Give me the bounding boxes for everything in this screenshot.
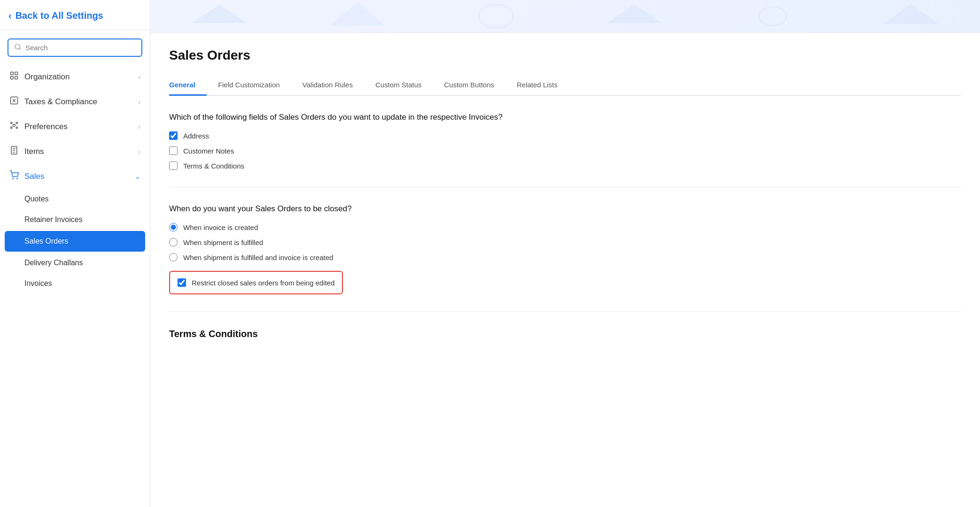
svg-point-11 xyxy=(11,127,12,128)
sidebar-item-sales-label: Sales xyxy=(24,172,45,181)
terms-title: Terms & Conditions xyxy=(169,329,961,339)
shipment-fulfilled-label: When shipment is fulfilled xyxy=(183,238,263,246)
chevron-right-icon: › xyxy=(138,98,140,106)
sidebar-item-sales-orders[interactable]: Sales Orders xyxy=(5,231,145,252)
chevron-right-icon: › xyxy=(138,123,140,131)
organization-icon xyxy=(9,71,19,83)
content-area: Sales Orders General Field Customization… xyxy=(150,33,980,388)
svg-point-13 xyxy=(16,127,17,128)
sidebar-item-quotes[interactable]: Quotes xyxy=(0,189,150,209)
restrict-closed-checkbox-wrapper[interactable]: Restrict closed sales orders from being … xyxy=(169,271,343,294)
terms-conditions-label: Terms & Conditions xyxy=(183,162,244,170)
sidebar-item-items-label: Items xyxy=(24,147,44,156)
radio-shipment-fulfilled[interactable]: When shipment is fulfilled xyxy=(169,238,961,246)
search-input[interactable] xyxy=(25,44,136,52)
restrict-closed-checkbox[interactable] xyxy=(178,278,186,287)
sidebar-item-delivery-challans[interactable]: Delivery Challans xyxy=(0,253,150,273)
sales-sub-nav: Quotes Retainer Invoices Sales Orders De… xyxy=(0,189,150,294)
svg-rect-3 xyxy=(15,72,18,75)
page-title: Sales Orders xyxy=(169,48,961,63)
search-box xyxy=(8,38,142,57)
tab-related-lists[interactable]: Related Lists xyxy=(506,76,569,96)
chevron-down-icon: ⌄ xyxy=(135,173,140,180)
invoices-question: Which of the following fields of Sales O… xyxy=(169,113,961,122)
invoices-update-section: Which of the following fields of Sales O… xyxy=(169,113,961,187)
svg-marker-20 xyxy=(607,5,662,23)
svg-point-21 xyxy=(759,7,786,25)
closed-orders-section: When do you want your Sales Orders to be… xyxy=(169,204,961,312)
sidebar-item-taxes-compliance[interactable]: Taxes & Compliance › xyxy=(0,89,150,114)
svg-point-10 xyxy=(11,122,12,123)
sidebar-item-organization-label: Organization xyxy=(24,72,70,82)
sidebar-item-preferences-label: Preferences xyxy=(24,122,68,131)
preferences-icon xyxy=(9,121,19,132)
invoice-created-label: When invoice is created xyxy=(183,223,258,231)
svg-marker-18 xyxy=(330,2,386,25)
tab-custom-buttons[interactable]: Custom Buttons xyxy=(433,76,506,96)
sidebar-item-retainer-invoices[interactable]: Retainer Invoices xyxy=(0,209,150,230)
sidebar-item-organization[interactable]: Organization › xyxy=(0,64,150,89)
radio-shipment-and-invoice[interactable]: When shipment is fulfilled and invoice i… xyxy=(169,253,961,261)
address-label: Address xyxy=(183,132,209,140)
svg-marker-17 xyxy=(192,5,247,23)
sales-icon xyxy=(9,170,19,182)
back-to-all-settings[interactable]: ‹ Back to All Settings xyxy=(0,0,150,30)
checkbox-customer-notes[interactable]: Customer Notes xyxy=(169,146,961,155)
chevron-right-icon: › xyxy=(138,148,140,155)
customer-notes-checkbox[interactable] xyxy=(169,146,178,155)
tabs: General Field Customization Validation R… xyxy=(169,76,961,96)
sidebar-item-preferences[interactable]: Preferences › xyxy=(0,114,150,139)
sidebar-item-taxes-label: Taxes & Compliance xyxy=(24,97,97,107)
radio-invoice-created[interactable]: When invoice is created xyxy=(169,223,961,231)
svg-marker-22 xyxy=(883,4,939,24)
svg-rect-4 xyxy=(11,77,14,79)
sidebar-item-sales[interactable]: Sales ⌄ xyxy=(0,164,150,189)
tab-field-customization[interactable]: Field Customization xyxy=(207,76,291,96)
invoice-created-radio[interactable] xyxy=(169,223,178,231)
back-link-label: Back to All Settings xyxy=(16,10,103,21)
svg-point-12 xyxy=(16,122,17,123)
svg-rect-2 xyxy=(11,72,14,75)
closed-orders-question: When do you want your Sales Orders to be… xyxy=(169,204,961,214)
svg-rect-5 xyxy=(15,77,18,79)
customer-notes-label: Customer Notes xyxy=(183,147,234,155)
svg-line-1 xyxy=(19,48,21,50)
restrict-closed-label: Restrict closed sales orders from being … xyxy=(192,279,334,287)
invoices-checkbox-group: Address Customer Notes Terms & Condition… xyxy=(169,131,961,170)
top-bar xyxy=(150,0,980,33)
main-content: Sales Orders General Field Customization… xyxy=(150,0,980,507)
terms-section: Terms & Conditions xyxy=(169,329,961,356)
closed-orders-radio-group: When invoice is created When shipment is… xyxy=(169,223,961,261)
sidebar: ‹ Back to All Settings Org xyxy=(0,0,150,507)
shipment-and-invoice-radio[interactable] xyxy=(169,253,178,261)
shipment-and-invoice-label: When shipment is fulfilled and invoice i… xyxy=(183,254,333,261)
svg-point-19 xyxy=(479,5,513,28)
svg-point-16 xyxy=(17,178,18,179)
sidebar-item-invoices[interactable]: Invoices xyxy=(0,273,150,294)
svg-point-15 xyxy=(13,178,14,179)
chevron-right-icon: › xyxy=(138,73,140,81)
shipment-fulfilled-radio[interactable] xyxy=(169,238,178,246)
checkbox-address[interactable]: Address xyxy=(169,131,961,140)
search-icon xyxy=(14,43,22,52)
tab-general[interactable]: General xyxy=(169,76,207,96)
svg-point-0 xyxy=(15,44,20,49)
taxes-icon xyxy=(9,96,19,108)
sidebar-item-items[interactable]: Items › xyxy=(0,139,150,164)
terms-conditions-checkbox[interactable] xyxy=(169,161,178,170)
tab-validation-rules[interactable]: Validation Rules xyxy=(291,76,364,96)
checkbox-terms-conditions[interactable]: Terms & Conditions xyxy=(169,161,961,170)
items-icon xyxy=(9,146,19,157)
nav-section: Organization › Taxes & Compliance › xyxy=(0,61,150,297)
svg-point-9 xyxy=(13,124,16,127)
tab-custom-status[interactable]: Custom Status xyxy=(364,76,433,96)
chevron-left-icon: ‹ xyxy=(8,10,12,21)
address-checkbox[interactable] xyxy=(169,131,178,140)
